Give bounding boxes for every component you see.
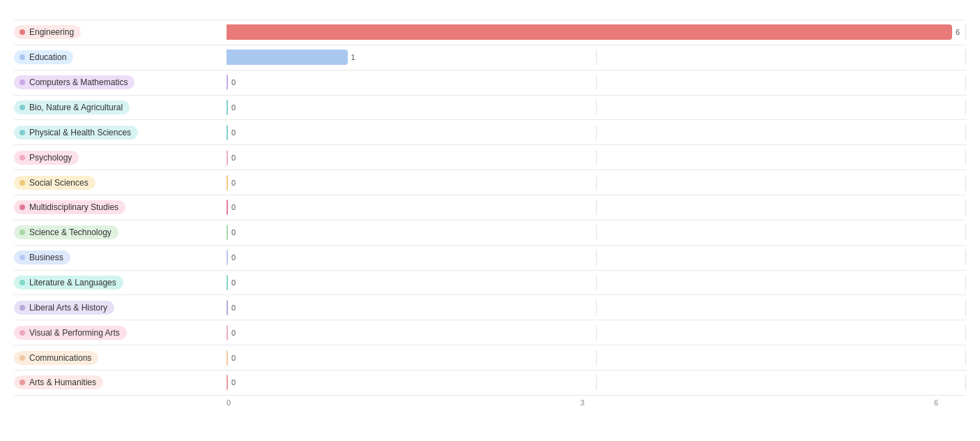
bar-label: Science & Technology (29, 227, 112, 237)
bar-value-label: 0 (231, 329, 236, 337)
label-area: Science & Technology (14, 225, 227, 239)
bar-value-label: 0 (231, 103, 236, 112)
label-dot-icon (20, 130, 25, 135)
bar-value-area: 0 (227, 75, 966, 90)
label-area: Arts & Humanities (14, 375, 227, 389)
bar-value-area: 6 (227, 24, 966, 40)
bar-value-label: 0 (231, 78, 236, 87)
label-area: Literature & Languages (14, 276, 227, 290)
label-area: Computers & Mathematics (14, 75, 227, 89)
bar-value-area: 0 (227, 125, 966, 140)
bar-value-label: 0 (231, 128, 236, 137)
bar (227, 350, 228, 366)
label-area: Communications (14, 351, 227, 365)
table-row: Computers & Mathematics0 (14, 70, 966, 96)
chart-container: Engineering6Education1Computers & Mathem… (0, 0, 980, 441)
bar-value-label: 0 (231, 378, 236, 387)
x-axis-tick: 0 (227, 398, 231, 407)
bar-value-label: 0 (231, 179, 236, 187)
bar-label: Communications (29, 353, 91, 363)
label-dot-icon (20, 54, 25, 60)
bar-value-area: 1 (227, 50, 966, 65)
bar-label: Business (29, 253, 63, 262)
bar (227, 24, 952, 40)
label-area: Liberal Arts & History (14, 301, 227, 315)
bar-label: Psychology (29, 153, 72, 163)
bar-value-area: 0 (227, 325, 966, 341)
table-row: Liberal Arts & History0 (14, 295, 966, 320)
bar-label: Engineering (29, 27, 74, 37)
bar-value-area: 0 (227, 150, 966, 165)
label-area: Psychology (14, 151, 227, 165)
bar-label: Visual & Performing Arts (29, 328, 120, 338)
bar-value-area: 0 (227, 350, 966, 366)
label-area: Visual & Performing Arts (14, 326, 227, 340)
label-dot-icon (20, 80, 25, 85)
bar (227, 275, 228, 290)
table-row: Multidisciplinary Studies0 (14, 195, 966, 221)
label-area: Business (14, 251, 227, 264)
bar (227, 100, 228, 115)
bar-label: Liberal Arts & History (29, 303, 107, 313)
table-row: Science & Technology0 (14, 221, 966, 246)
label-area: Education (14, 50, 227, 64)
bar-value-label: 0 (231, 304, 236, 312)
table-row: Psychology0 (14, 145, 966, 170)
table-row: Engineering6 (14, 20, 966, 45)
bar (227, 375, 228, 390)
bar-value-label: 1 (351, 53, 355, 61)
bar (227, 225, 228, 240)
table-row: Arts & Humanities0 (14, 371, 966, 396)
label-area: Engineering (14, 25, 227, 39)
bar-label: Social Sciences (29, 178, 89, 188)
x-axis: 036 (227, 398, 938, 407)
chart-area: Engineering6Education1Computers & Mathem… (14, 20, 966, 407)
bar-label: Literature & Languages (29, 278, 116, 287)
label-dot-icon (20, 29, 25, 35)
bar-value-area: 0 (227, 175, 966, 190)
table-row: Education1 (14, 45, 966, 70)
bar-value-label: 0 (231, 228, 236, 237)
bar (227, 300, 228, 315)
table-row: Literature & Languages0 (14, 271, 966, 296)
bar-value-label: 0 (231, 354, 236, 362)
bar (227, 75, 228, 90)
x-axis-tick: 6 (934, 398, 938, 407)
bar (227, 125, 228, 140)
label-dot-icon (20, 230, 25, 235)
label-area: Multidisciplinary Studies (14, 200, 227, 214)
label-area: Social Sciences (14, 176, 227, 190)
bar-value-area: 0 (227, 100, 966, 115)
label-dot-icon (20, 204, 25, 210)
label-dot-icon (20, 330, 25, 336)
bar-value-label: 0 (231, 154, 236, 162)
bar-value-area: 0 (227, 275, 966, 290)
bar-value-label: 0 (231, 278, 236, 287)
label-dot-icon (20, 255, 25, 260)
bar (227, 250, 228, 265)
label-dot-icon (20, 280, 25, 285)
label-area: Bio, Nature & Agricultural (14, 100, 227, 114)
table-row: Social Sciences0 (14, 170, 966, 195)
bar-value-area: 0 (227, 200, 966, 215)
table-row: Physical & Health Sciences0 (14, 120, 966, 145)
bar-label: Arts & Humanities (29, 378, 96, 387)
bar-label: Multidisciplinary Studies (29, 202, 118, 212)
x-axis-tick: 3 (580, 398, 584, 407)
bar (227, 150, 228, 165)
table-row: Business0 (14, 246, 966, 271)
label-dot-icon (20, 305, 25, 311)
bar-label: Physical & Health Sciences (29, 128, 131, 137)
bar-value-area: 0 (227, 375, 966, 390)
bar-value-label: 6 (956, 28, 960, 36)
rows-area: Engineering6Education1Computers & Mathem… (14, 20, 966, 396)
label-dot-icon (20, 180, 25, 186)
bar-label: Education (29, 52, 66, 62)
label-dot-icon (20, 355, 25, 361)
bar (227, 50, 348, 65)
bar (227, 175, 228, 190)
bar (227, 325, 228, 341)
bar-value-area: 0 (227, 250, 966, 265)
label-area: Physical & Health Sciences (14, 126, 227, 140)
table-row: Communications0 (14, 345, 966, 371)
